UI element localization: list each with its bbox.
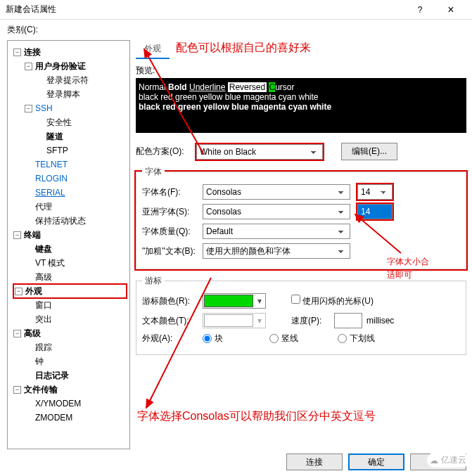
collapse-icon[interactable]: − bbox=[13, 49, 21, 56]
tree-auth[interactable]: 用户身份验证 bbox=[35, 61, 86, 71]
preview-label: 预览: bbox=[136, 65, 466, 77]
tree-bell[interactable]: 钟 bbox=[35, 356, 44, 366]
collapse-icon[interactable]: − bbox=[13, 386, 21, 394]
tree-logging[interactable]: 日志记录 bbox=[35, 371, 69, 380]
collapse-icon[interactable]: − bbox=[25, 63, 32, 70]
asia-font-label: 亚洲字体(S): bbox=[142, 206, 198, 218]
boldtext-label: "加粗"文本(B): bbox=[142, 245, 198, 257]
color-scheme-select[interactable]: White on Black bbox=[196, 144, 323, 160]
tree-keyboard[interactable]: 键盘 bbox=[35, 244, 52, 254]
chevron-down-icon: ▾ bbox=[255, 296, 264, 306]
font-name-select[interactable]: Consolas bbox=[203, 184, 350, 200]
watermark: ☁亿速云 bbox=[427, 453, 469, 468]
tree-advanced2[interactable]: 高级 bbox=[24, 328, 41, 338]
color-swatch bbox=[204, 295, 253, 307]
speed-input[interactable] bbox=[334, 313, 362, 328]
window-title: 新建会话属性 bbox=[6, 4, 404, 15]
tree-xymodem[interactable]: X/YMODEM bbox=[35, 399, 81, 409]
preview-box: Normal Bold Underline Reversed Cursor bl… bbox=[136, 78, 466, 133]
cloud-icon: ☁ bbox=[430, 456, 438, 465]
help-button[interactable]: ? bbox=[404, 0, 435, 20]
collapse-icon[interactable]: − bbox=[13, 231, 21, 239]
tree-ssh[interactable]: SSH bbox=[35, 103, 53, 113]
cursor-shape-label: 外观(A): bbox=[142, 333, 198, 345]
text-color-label: 文本颜色(T): bbox=[142, 315, 198, 327]
font-quality-select[interactable]: Default bbox=[203, 224, 350, 239]
tree-rlogin[interactable]: RLOGIN bbox=[35, 174, 68, 184]
tree-highlight[interactable]: 突出 bbox=[35, 314, 52, 324]
tree-filetransfer[interactable]: 文件传输 bbox=[24, 385, 58, 394]
tab-appearance[interactable]: 外观 bbox=[136, 40, 170, 59]
tree-zmodem[interactable]: ZMODEM bbox=[35, 413, 72, 423]
tree-terminal[interactable]: 终端 bbox=[24, 230, 41, 240]
tree-security[interactable]: 安全性 bbox=[46, 117, 72, 127]
asia-font-size-select[interactable]: 14 bbox=[357, 204, 393, 219]
tree-advanced[interactable]: 高级 bbox=[35, 272, 52, 282]
tree-serial[interactable]: SERIAL bbox=[35, 188, 65, 198]
tree-trace[interactable]: 跟踪 bbox=[35, 342, 52, 352]
tree-telnet[interactable]: TELNET bbox=[35, 160, 68, 169]
category-tree[interactable]: −连接 −用户身份验证 登录提示符 登录脚本 −SSH 安全性 隧道 SFTP bbox=[7, 40, 130, 449]
font-group: 字体 字体名(F): Consolas 14 亚洲字体(S): Consolas… bbox=[136, 172, 466, 269]
shape-vline-radio[interactable] bbox=[269, 334, 279, 343]
tree-sftp[interactable]: SFTP bbox=[46, 146, 68, 155]
blink-checkbox[interactable] bbox=[291, 295, 300, 304]
tree-login-prompt[interactable]: 登录提示符 bbox=[46, 75, 89, 85]
tree-proxy[interactable]: 代理 bbox=[35, 202, 52, 212]
cursor-color-select[interactable]: ▾ bbox=[203, 293, 266, 309]
cursor-group: 游标 游标颜色(R): ▾ 使用闪烁的光标(U) 文本颜色(T): ▾ 速度(P… bbox=[136, 281, 466, 355]
close-icon: × bbox=[447, 4, 454, 16]
shape-uline-radio[interactable] bbox=[338, 334, 347, 343]
cursor-color-label: 游标颜色(R): bbox=[142, 295, 198, 307]
tree-appearance[interactable]: 外观 bbox=[25, 286, 42, 296]
ok-button[interactable]: 确定 bbox=[348, 454, 404, 470]
speed-unit: millisec bbox=[366, 316, 394, 326]
font-name-label: 字体名(F): bbox=[142, 186, 198, 198]
font-size-select[interactable]: 14 bbox=[357, 184, 393, 200]
tree-vtmode[interactable]: VT 模式 bbox=[35, 258, 65, 268]
edit-scheme-button[interactable]: 编辑(E)... bbox=[341, 143, 397, 160]
settings-panel: 外观 预览: Normal Bold Underline Reversed Cu… bbox=[130, 37, 472, 452]
tree-login-script[interactable]: 登录脚本 bbox=[46, 89, 80, 99]
collapse-icon[interactable]: − bbox=[15, 288, 23, 295]
text-color-select[interactable]: ▾ bbox=[203, 313, 266, 328]
tree-connection[interactable]: 连接 bbox=[24, 47, 41, 57]
titlebar: 新建会话属性 ? × bbox=[0, 0, 472, 20]
quality-label: 字体质量(Q): bbox=[142, 226, 198, 238]
collapse-icon[interactable]: − bbox=[25, 105, 32, 112]
category-label: 类别(C): bbox=[0, 20, 472, 37]
tree-window[interactable]: 窗口 bbox=[35, 300, 52, 310]
bold-text-select[interactable]: 使用大胆的颜色和字体 bbox=[203, 243, 350, 259]
speed-label: 速度(P): bbox=[291, 315, 330, 327]
connect-button[interactable]: 连接 bbox=[286, 454, 343, 470]
scheme-label: 配色方案(O): bbox=[136, 146, 192, 157]
tree-tunnel[interactable]: 隧道 bbox=[46, 131, 63, 141]
close-button[interactable]: × bbox=[435, 0, 466, 20]
asia-font-select[interactable]: Consolas bbox=[203, 204, 350, 219]
tree-keepalive[interactable]: 保持活动状态 bbox=[35, 216, 86, 226]
shape-block-radio[interactable] bbox=[203, 334, 212, 343]
collapse-icon[interactable]: − bbox=[13, 330, 21, 337]
